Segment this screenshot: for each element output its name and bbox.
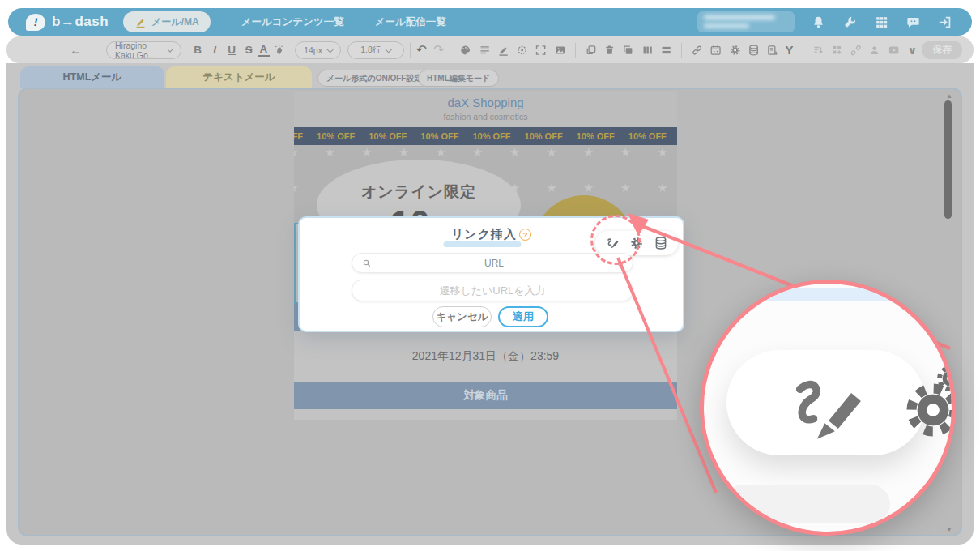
chevron-down-icon — [168, 46, 174, 52]
align-justify-icon[interactable] — [479, 44, 491, 57]
unlink-icon[interactable] — [850, 44, 862, 57]
copy-stack-icon[interactable] — [622, 44, 634, 57]
redo-button[interactable]: ↷ — [433, 42, 444, 58]
bell-icon[interactable] — [811, 15, 826, 30]
mail-format-onoff-button[interactable]: メール形式のON/OFF設定 — [317, 70, 431, 87]
draw-pen-icon[interactable] — [497, 44, 509, 57]
target-products-header-bar[interactable]: 対象商品 — [294, 382, 677, 409]
email-brand-name: daX Shopping — [294, 91, 677, 109]
fullscreen-icon[interactable] — [535, 44, 547, 57]
ribbon-label: 10% OFF — [420, 131, 458, 141]
tab-html-mail[interactable]: HTMLメール — [20, 66, 164, 88]
palette-icon[interactable] — [459, 44, 471, 57]
divider — [575, 43, 576, 58]
video-icon[interactable] — [888, 44, 900, 57]
help-icon[interactable]: ? — [519, 229, 531, 241]
divider — [803, 43, 803, 58]
columns-icon[interactable] — [641, 44, 654, 57]
tab-text-mail[interactable]: テキストメール — [166, 66, 312, 88]
ribbon-label: 10% OFF — [577, 131, 615, 141]
mail-pencil-icon — [134, 16, 147, 28]
hero-badge-text: オンライン限定 — [317, 160, 521, 203]
ribbon-label: 10% OFF — [628, 131, 667, 141]
blurred-account-info — [697, 11, 795, 32]
ribbon-label: 10% OFF — [525, 131, 563, 141]
save-button[interactable]: 保存 — [922, 41, 962, 59]
editor-toolbar: ← Hiragino Kaku Go... B I U S A 14px 1.8… — [6, 36, 974, 63]
email-hero-banner[interactable]: ★ ★ ★ ★ ★ ★ ★ ★ ★ ★ ★ ★ ★ ★ ★ ★ ★ ★ ★ ★ … — [294, 145, 677, 223]
ribbon-label: 10% OFF — [294, 131, 303, 141]
apply-button[interactable]: 適用 — [498, 306, 548, 327]
doc-plus-icon[interactable] — [766, 44, 778, 57]
italic-button[interactable]: I — [207, 44, 224, 56]
target-icon[interactable] — [516, 44, 528, 57]
divider — [410, 43, 411, 58]
star-pattern: ★ ★ ★ ★ ★ ★ ★ ★ ★ ★ ★ — [294, 145, 677, 160]
bdash-logo[interactable]: ! b→dash — [26, 14, 109, 31]
search-icon — [362, 258, 372, 268]
product-switcher-mail-ma[interactable]: メール/MA — [123, 11, 211, 32]
email-brand-tagline: fashion and cosmetics — [294, 109, 677, 122]
database-icon[interactable] — [654, 236, 668, 250]
ribbon-label: 10% OFF — [472, 131, 510, 141]
divider — [450, 43, 450, 58]
menu-mail-delivery-list[interactable]: メール配信一覧 — [375, 15, 446, 29]
chevron-down-icon[interactable]: ∨ — [908, 44, 917, 57]
scroll-down-arrow[interactable]: ▼ — [944, 526, 955, 533]
underline-button[interactable]: U — [224, 44, 241, 56]
apps-grid-icon[interactable] — [874, 15, 889, 30]
email-brand-block[interactable]: daX Shopping fashion and cosmetics — [294, 91, 677, 127]
url-input-field[interactable] — [352, 280, 633, 301]
menu-mail-contents-list[interactable]: メールコンテンツ一覧 — [241, 15, 344, 29]
rows-icon[interactable] — [660, 44, 672, 57]
hero-ellipse: オンライン限定 10% — [317, 160, 521, 223]
line-height-select[interactable]: 1.8行 — [347, 41, 404, 59]
trash-icon[interactable] — [603, 44, 616, 57]
zoomed-pencil-edit-icon — [781, 365, 868, 452]
back-arrow-button[interactable]: ← — [70, 43, 82, 57]
cancel-button[interactable]: キャンセル — [432, 306, 492, 327]
title-highlight-bar — [443, 241, 521, 247]
duplicate-icon[interactable] — [585, 44, 597, 57]
html-edit-mode-button[interactable]: HTML編集モード — [418, 70, 499, 87]
email-bottom-spacer — [294, 409, 677, 420]
modal-title: リンク挿入 — [451, 227, 517, 242]
magnifier-zoom-circle — [700, 280, 956, 536]
branch-icon[interactable]: Y — [786, 43, 794, 57]
url-input[interactable] — [352, 284, 633, 297]
grid-plus-icon[interactable] — [831, 44, 843, 57]
strikethrough-button[interactable]: S — [241, 44, 258, 56]
gears-icon[interactable] — [729, 44, 741, 57]
ribbon-label: 10% OFF — [369, 131, 407, 141]
bold-button[interactable]: B — [190, 44, 207, 56]
font-color-button[interactable]: A — [258, 44, 270, 57]
coupon-expiry-date[interactable]: 2021年12月31日（金）23:59 — [294, 331, 677, 382]
scrollbar-thumb[interactable] — [944, 100, 952, 219]
logo-bubble-icon: ! — [26, 14, 45, 31]
wrench-icon[interactable] — [842, 15, 858, 30]
ribbon-label: 10% OFF — [317, 131, 355, 141]
url-type-select[interactable]: URL — [352, 253, 633, 273]
image-icon[interactable] — [554, 44, 566, 57]
font-family-select[interactable]: Hiragino Kaku Go... — [106, 41, 181, 59]
logout-icon[interactable] — [937, 15, 952, 30]
divider — [681, 43, 682, 58]
font-size-select[interactable]: 14px — [295, 41, 341, 59]
sort-icon[interactable] — [812, 44, 824, 57]
email-discount-ribbon[interactable]: 10% OFF 10% OFF 10% OFF 10% OFF 10% OFF … — [294, 127, 677, 145]
database-icon[interactable] — [748, 44, 760, 57]
logo-text: b→dash — [52, 14, 109, 30]
app-header: ! b→dash メール/MA メールコンテンツ一覧 メール配信一覧 — [8, 8, 972, 36]
callout-dashed-circle — [590, 215, 641, 265]
chevron-down-icon — [326, 46, 333, 53]
url-type-value: URL — [372, 258, 616, 269]
scroll-up-arrow[interactable]: ▲ — [944, 92, 955, 100]
calendar-icon[interactable] — [709, 44, 722, 57]
person-icon[interactable] — [868, 44, 880, 57]
highlight-marker-icon[interactable] — [273, 44, 285, 57]
link-icon[interactable] — [691, 44, 703, 57]
assistant-chat-icon[interactable] — [905, 15, 921, 30]
chevron-down-icon — [386, 46, 392, 53]
undo-button[interactable]: ↶ — [416, 42, 427, 58]
